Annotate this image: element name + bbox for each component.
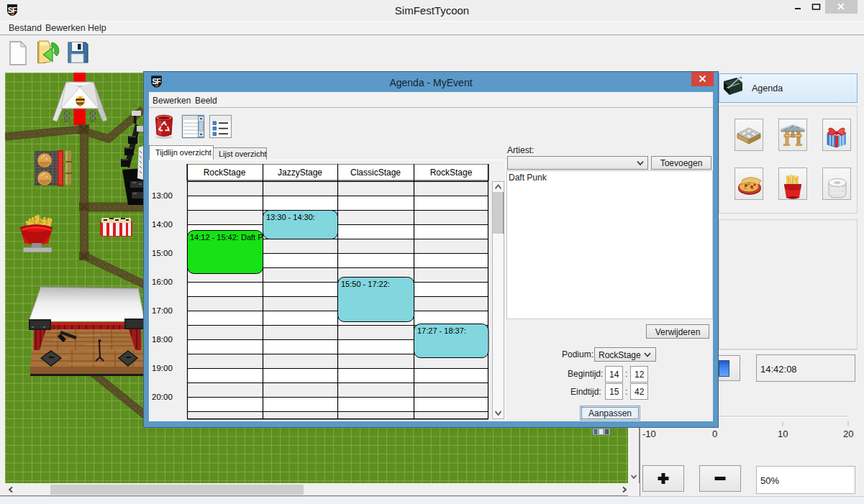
svg-text:14:00: 14:00 xyxy=(152,220,173,229)
svg-text:RockStage: RockStage xyxy=(430,168,473,178)
svg-text:14:12 - 15:42: Daft P: 14:12 - 15:42: Daft P xyxy=(190,233,263,242)
svg-text:15:00: 15:00 xyxy=(152,249,173,257)
svg-text:17:27 - 18:37:: 17:27 - 18:37: xyxy=(417,326,466,335)
svg-text:15:50 - 17:22:: 15:50 - 17:22: xyxy=(341,280,390,288)
svg-text:RockStage: RockStage xyxy=(204,168,246,178)
svg-text:JazzyStage: JazzyStage xyxy=(278,168,322,178)
svg-text:17:00: 17:00 xyxy=(152,306,173,315)
svg-text:SF: SF xyxy=(153,78,161,86)
svg-text:16:00: 16:00 xyxy=(152,278,173,286)
svg-text:SF: SF xyxy=(8,6,17,14)
svg-text:18:00: 18:00 xyxy=(152,335,173,344)
svg-text:20:00: 20:00 xyxy=(152,393,173,401)
svg-text:13:30 - 14:30:: 13:30 - 14:30: xyxy=(266,213,315,221)
svg-text:13:00: 13:00 xyxy=(152,191,173,200)
svg-text:ClassicStage: ClassicStage xyxy=(350,168,401,178)
svg-text:19:00: 19:00 xyxy=(152,364,173,372)
